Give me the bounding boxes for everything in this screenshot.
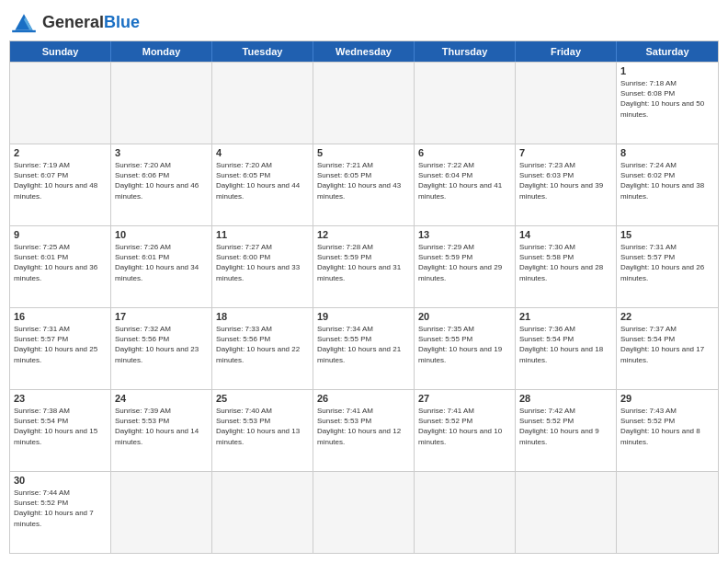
cal-cell: 27Sunrise: 7:41 AMSunset: 5:52 PMDayligh…: [415, 390, 516, 471]
logo-icon: [9, 9, 39, 35]
cell-info: Sunrise: 7:39 AMSunset: 5:53 PMDaylight:…: [115, 406, 208, 447]
day-number: 4: [216, 147, 309, 158]
cal-cell: [313, 63, 415, 144]
cal-cell: 9Sunrise: 7:25 AMSunset: 6:01 PMDaylight…: [10, 226, 111, 307]
logo-text: GeneralBlue: [42, 13, 140, 32]
day-number: 27: [418, 393, 511, 404]
cal-cell: 29Sunrise: 7:43 AMSunset: 5:52 PMDayligh…: [617, 390, 718, 471]
cell-info: Sunrise: 7:33 AMSunset: 5:56 PMDaylight:…: [216, 324, 309, 365]
day-number: 21: [519, 311, 612, 322]
svg-rect-2: [12, 30, 36, 32]
cell-info: Sunrise: 7:32 AMSunset: 5:56 PMDaylight:…: [115, 324, 208, 365]
header-day-thursday: Thursday: [415, 41, 516, 62]
header-day-monday: Monday: [111, 41, 212, 62]
cell-info: Sunrise: 7:31 AMSunset: 5:57 PMDaylight:…: [620, 242, 714, 283]
cell-info: Sunrise: 7:35 AMSunset: 5:55 PMDaylight:…: [418, 324, 511, 365]
cal-cell: 5Sunrise: 7:21 AMSunset: 6:05 PMDaylight…: [313, 144, 415, 225]
cell-info: Sunrise: 7:37 AMSunset: 5:54 PMDaylight:…: [620, 324, 714, 365]
day-number: 6: [418, 147, 511, 158]
cal-cell: [111, 63, 212, 144]
day-number: 1: [620, 65, 714, 76]
day-number: 18: [216, 311, 309, 322]
cal-cell: 11Sunrise: 7:27 AMSunset: 6:00 PMDayligh…: [212, 226, 313, 307]
cal-cell: [313, 472, 415, 553]
cal-cell: 25Sunrise: 7:40 AMSunset: 5:53 PMDayligh…: [212, 390, 313, 471]
day-number: 25: [216, 393, 309, 404]
week-row-2: 9Sunrise: 7:25 AMSunset: 6:01 PMDaylight…: [10, 225, 718, 307]
cal-cell: 3Sunrise: 7:20 AMSunset: 6:06 PMDaylight…: [111, 144, 212, 225]
cal-cell: 10Sunrise: 7:26 AMSunset: 6:01 PMDayligh…: [111, 226, 212, 307]
cal-cell: 21Sunrise: 7:36 AMSunset: 5:54 PMDayligh…: [516, 308, 617, 389]
cell-info: Sunrise: 7:43 AMSunset: 5:52 PMDaylight:…: [620, 406, 714, 447]
day-number: 26: [317, 393, 410, 404]
page: GeneralBlue SundayMondayTuesdayWednesday…: [0, 0, 728, 563]
week-row-3: 16Sunrise: 7:31 AMSunset: 5:57 PMDayligh…: [10, 307, 718, 389]
day-number: 11: [216, 229, 309, 240]
day-number: 3: [115, 147, 208, 158]
header: GeneralBlue: [9, 9, 719, 35]
cal-cell: 20Sunrise: 7:35 AMSunset: 5:55 PMDayligh…: [415, 308, 516, 389]
day-number: 12: [317, 229, 410, 240]
week-row-4: 23Sunrise: 7:38 AMSunset: 5:54 PMDayligh…: [10, 389, 718, 471]
calendar: SundayMondayTuesdayWednesdayThursdayFrid…: [9, 40, 719, 554]
cal-cell: 15Sunrise: 7:31 AMSunset: 5:57 PMDayligh…: [617, 226, 718, 307]
week-row-0: 1Sunrise: 7:18 AMSunset: 6:08 PMDaylight…: [10, 62, 718, 144]
day-number: 14: [519, 229, 612, 240]
day-number: 28: [519, 393, 612, 404]
cell-info: Sunrise: 7:34 AMSunset: 5:55 PMDaylight:…: [317, 324, 410, 365]
day-number: 29: [620, 393, 714, 404]
cal-cell: 17Sunrise: 7:32 AMSunset: 5:56 PMDayligh…: [111, 308, 212, 389]
cell-info: Sunrise: 7:28 AMSunset: 5:59 PMDaylight:…: [317, 242, 410, 283]
cal-cell: 12Sunrise: 7:28 AMSunset: 5:59 PMDayligh…: [313, 226, 415, 307]
header-day-tuesday: Tuesday: [212, 41, 313, 62]
cal-cell: 4Sunrise: 7:20 AMSunset: 6:05 PMDaylight…: [212, 144, 313, 225]
cal-cell: 23Sunrise: 7:38 AMSunset: 5:54 PMDayligh…: [10, 390, 111, 471]
day-number: 17: [115, 311, 208, 322]
day-number: 9: [14, 229, 107, 240]
day-number: 5: [317, 147, 410, 158]
cal-cell: [111, 472, 212, 553]
calendar-body: 1Sunrise: 7:18 AMSunset: 6:08 PMDaylight…: [10, 62, 718, 553]
cell-info: Sunrise: 7:44 AMSunset: 5:52 PMDaylight:…: [14, 488, 107, 529]
cal-cell: 28Sunrise: 7:42 AMSunset: 5:52 PMDayligh…: [516, 390, 617, 471]
week-row-5: 30Sunrise: 7:44 AMSunset: 5:52 PMDayligh…: [10, 471, 718, 553]
cell-info: Sunrise: 7:22 AMSunset: 6:04 PMDaylight:…: [418, 160, 511, 201]
logo: GeneralBlue: [9, 9, 140, 35]
cal-cell: 13Sunrise: 7:29 AMSunset: 5:59 PMDayligh…: [415, 226, 516, 307]
cal-cell: 2Sunrise: 7:19 AMSunset: 6:07 PMDaylight…: [10, 144, 111, 225]
day-number: 20: [418, 311, 511, 322]
day-number: 30: [14, 475, 107, 486]
day-number: 13: [418, 229, 511, 240]
cell-info: Sunrise: 7:27 AMSunset: 6:00 PMDaylight:…: [216, 242, 309, 283]
cal-cell: 16Sunrise: 7:31 AMSunset: 5:57 PMDayligh…: [10, 308, 111, 389]
cell-info: Sunrise: 7:31 AMSunset: 5:57 PMDaylight:…: [14, 324, 107, 365]
cell-info: Sunrise: 7:26 AMSunset: 6:01 PMDaylight:…: [115, 242, 208, 283]
cal-cell: 24Sunrise: 7:39 AMSunset: 5:53 PMDayligh…: [111, 390, 212, 471]
cell-info: Sunrise: 7:36 AMSunset: 5:54 PMDaylight:…: [519, 324, 612, 365]
cal-cell: 22Sunrise: 7:37 AMSunset: 5:54 PMDayligh…: [617, 308, 718, 389]
day-number: 2: [14, 147, 107, 158]
cell-info: Sunrise: 7:41 AMSunset: 5:52 PMDaylight:…: [418, 406, 511, 447]
cal-cell: 7Sunrise: 7:23 AMSunset: 6:03 PMDaylight…: [516, 144, 617, 225]
day-number: 23: [14, 393, 107, 404]
cell-info: Sunrise: 7:20 AMSunset: 6:06 PMDaylight:…: [115, 160, 208, 201]
cal-cell: 30Sunrise: 7:44 AMSunset: 5:52 PMDayligh…: [10, 472, 111, 553]
cal-cell: 6Sunrise: 7:22 AMSunset: 6:04 PMDaylight…: [415, 144, 516, 225]
cal-cell: [212, 63, 313, 144]
cal-cell: 14Sunrise: 7:30 AMSunset: 5:58 PMDayligh…: [516, 226, 617, 307]
header-day-sunday: Sunday: [10, 41, 111, 62]
cell-info: Sunrise: 7:18 AMSunset: 6:08 PMDaylight:…: [620, 78, 714, 120]
cal-cell: [516, 472, 617, 553]
header-day-saturday: Saturday: [617, 41, 718, 62]
day-number: 19: [317, 311, 410, 322]
day-number: 16: [14, 311, 107, 322]
day-number: 22: [620, 311, 714, 322]
cell-info: Sunrise: 7:29 AMSunset: 5:59 PMDaylight:…: [418, 242, 511, 283]
cal-cell: [212, 472, 313, 553]
cal-cell: 18Sunrise: 7:33 AMSunset: 5:56 PMDayligh…: [212, 308, 313, 389]
week-row-1: 2Sunrise: 7:19 AMSunset: 6:07 PMDaylight…: [10, 144, 718, 225]
cell-info: Sunrise: 7:30 AMSunset: 5:58 PMDaylight:…: [519, 242, 612, 283]
day-number: 7: [519, 147, 612, 158]
day-number: 8: [620, 147, 714, 158]
cell-info: Sunrise: 7:20 AMSunset: 6:05 PMDaylight:…: [216, 160, 309, 201]
